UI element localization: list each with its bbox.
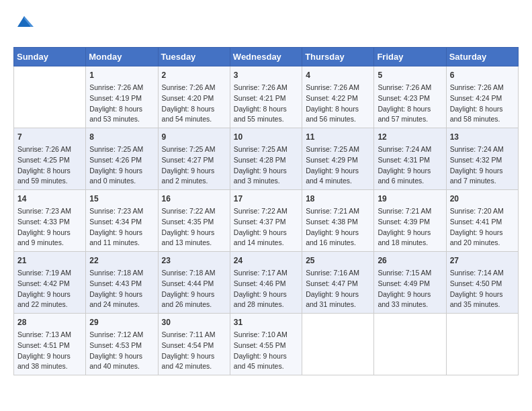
cell-text: Daylight: 9 hours (17, 228, 82, 238)
calendar-table: SundayMondayTuesdayWednesdayThursdayFrid… (13, 47, 519, 375)
day-number: 15 (89, 193, 154, 205)
day-number: 3 (234, 69, 298, 81)
calendar-cell: 31Sunrise: 7:10 AMSunset: 4:55 PMDayligh… (230, 314, 302, 375)
day-number: 7 (17, 131, 82, 143)
cell-text: Sunrise: 7:26 AM (378, 83, 442, 93)
cell-text: Sunset: 4:31 PM (378, 155, 442, 166)
cell-text: Sunset: 4:49 PM (378, 279, 442, 289)
cell-text: Daylight: 9 hours (378, 289, 442, 300)
calendar-cell: 21Sunrise: 7:19 AMSunset: 4:42 PMDayligh… (14, 252, 86, 314)
day-number: 14 (17, 193, 82, 205)
cell-text: Sunrise: 7:25 AM (234, 144, 298, 155)
cell-text: and 40 minutes. (89, 361, 154, 372)
cell-text: and 13 minutes. (162, 238, 226, 248)
calendar-cell: 18Sunrise: 7:21 AMSunset: 4:38 PMDayligh… (302, 190, 374, 252)
cell-text: Sunset: 4:42 PM (17, 279, 82, 289)
cell-text: Daylight: 8 hours (89, 104, 154, 115)
cell-text: Daylight: 8 hours (306, 104, 370, 115)
calendar-cell: 19Sunrise: 7:21 AMSunset: 4:39 PMDayligh… (374, 190, 446, 252)
cell-text: and 45 minutes. (234, 361, 298, 372)
cell-text: Sunrise: 7:22 AM (234, 206, 298, 217)
cell-text: Sunrise: 7:25 AM (306, 144, 370, 155)
cell-text: Sunrise: 7:10 AM (234, 330, 298, 340)
weekday-header-saturday: Saturday (446, 48, 518, 66)
cell-text: Daylight: 9 hours (450, 166, 515, 177)
cell-text: Sunset: 4:29 PM (306, 155, 370, 166)
weekday-header-wednesday: Wednesday (230, 48, 302, 66)
day-number: 16 (162, 193, 226, 205)
day-number: 4 (306, 69, 370, 81)
day-number: 13 (450, 131, 515, 143)
cell-text: and 4 minutes. (306, 176, 370, 187)
cell-text: Daylight: 9 hours (17, 289, 82, 300)
calendar-week-row: 14Sunrise: 7:23 AMSunset: 4:33 PMDayligh… (14, 190, 519, 252)
cell-text: Sunset: 4:43 PM (89, 279, 154, 289)
cell-text: Sunset: 4:44 PM (162, 279, 226, 289)
cell-text: Daylight: 9 hours (162, 351, 226, 362)
cell-text: Daylight: 8 hours (450, 104, 515, 115)
day-number: 23 (162, 255, 226, 267)
day-number: 28 (17, 316, 82, 328)
calendar-cell: 26Sunrise: 7:15 AMSunset: 4:49 PMDayligh… (374, 252, 446, 314)
cell-text: Sunset: 4:37 PM (234, 217, 298, 228)
day-number: 27 (450, 255, 515, 267)
calendar-week-row: 7Sunrise: 7:26 AMSunset: 4:25 PMDaylight… (14, 128, 519, 190)
calendar-cell: 3Sunrise: 7:26 AMSunset: 4:21 PMDaylight… (230, 66, 302, 128)
cell-text: Sunset: 4:27 PM (162, 155, 226, 166)
logo-icon (15, 13, 34, 32)
day-number: 17 (234, 193, 298, 205)
calendar-cell: 8Sunrise: 7:25 AMSunset: 4:26 PMDaylight… (86, 128, 158, 190)
calendar-cell (446, 314, 518, 375)
day-number: 12 (378, 131, 442, 143)
calendar-cell: 25Sunrise: 7:16 AMSunset: 4:47 PMDayligh… (302, 252, 374, 314)
cell-text: Sunset: 4:39 PM (378, 217, 442, 228)
day-number: 29 (89, 316, 154, 328)
cell-text: and 54 minutes. (162, 114, 226, 125)
calendar-cell: 23Sunrise: 7:18 AMSunset: 4:44 PMDayligh… (158, 252, 230, 314)
cell-text: Sunset: 4:51 PM (17, 340, 82, 351)
cell-text: and 35 minutes. (450, 300, 515, 310)
cell-text: and 0 minutes. (89, 176, 154, 187)
day-number: 31 (234, 316, 298, 328)
cell-text: Daylight: 9 hours (450, 289, 515, 300)
cell-text: Sunset: 4:54 PM (162, 340, 226, 351)
calendar-week-row: 28Sunrise: 7:13 AMSunset: 4:51 PMDayligh… (14, 314, 519, 375)
cell-text: Sunrise: 7:26 AM (234, 83, 298, 93)
weekday-header-monday: Monday (86, 48, 158, 66)
calendar-cell: 22Sunrise: 7:18 AMSunset: 4:43 PMDayligh… (86, 252, 158, 314)
cell-text: Sunrise: 7:12 AM (89, 330, 154, 340)
cell-text: Sunrise: 7:26 AM (306, 83, 370, 93)
cell-text: and 53 minutes. (89, 114, 154, 125)
day-number: 20 (450, 193, 515, 205)
cell-text: and 56 minutes. (306, 114, 370, 125)
cell-text: Daylight: 8 hours (378, 104, 442, 115)
cell-text: Sunset: 4:22 PM (306, 93, 370, 104)
day-number: 18 (306, 193, 370, 205)
cell-text: and 14 minutes. (234, 238, 298, 248)
day-number: 19 (378, 193, 442, 205)
cell-text: Daylight: 9 hours (234, 351, 298, 362)
cell-text: and 31 minutes. (306, 300, 370, 310)
day-number: 24 (234, 255, 298, 267)
cell-text: Sunrise: 7:13 AM (17, 330, 82, 340)
cell-text: Sunrise: 7:21 AM (378, 206, 442, 217)
cell-text: Sunrise: 7:19 AM (17, 268, 82, 279)
cell-text: Daylight: 9 hours (234, 166, 298, 177)
cell-text: and 2 minutes. (162, 176, 226, 187)
day-number: 1 (89, 69, 154, 81)
calendar-week-row: 1Sunrise: 7:26 AMSunset: 4:19 PMDaylight… (14, 66, 519, 128)
day-number: 26 (378, 255, 442, 267)
cell-text: and 6 minutes. (378, 176, 442, 187)
calendar-cell: 2Sunrise: 7:26 AMSunset: 4:20 PMDaylight… (158, 66, 230, 128)
cell-text: and 11 minutes. (89, 238, 154, 248)
calendar-cell: 4Sunrise: 7:26 AMSunset: 4:22 PMDaylight… (302, 66, 374, 128)
calendar-cell (374, 314, 446, 375)
calendar-week-row: 21Sunrise: 7:19 AMSunset: 4:42 PMDayligh… (14, 252, 519, 314)
day-number: 5 (378, 69, 442, 81)
cell-text: Daylight: 9 hours (234, 228, 298, 238)
cell-text: Sunrise: 7:20 AM (450, 206, 515, 217)
cell-text: Sunset: 4:33 PM (17, 217, 82, 228)
cell-text: and 7 minutes. (450, 176, 515, 187)
weekday-header-row: SundayMondayTuesdayWednesdayThursdayFrid… (14, 48, 519, 66)
cell-text: Sunrise: 7:26 AM (17, 144, 82, 155)
